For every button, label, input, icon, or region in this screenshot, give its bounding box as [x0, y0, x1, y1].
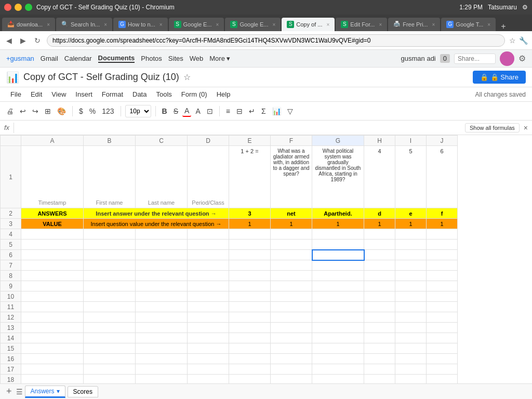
menu-insert[interactable]: Insert: [71, 89, 97, 100]
tab-close-8[interactable]: ×: [432, 22, 435, 28]
documents-link[interactable]: Documents: [98, 54, 135, 63]
sheet-tab-answers[interactable]: Answers ▾: [25, 385, 65, 389]
cell-f7[interactable]: [271, 260, 312, 271]
cell-j3[interactable]: 1: [427, 219, 458, 229]
tab-close-1[interactable]: ×: [47, 22, 50, 28]
tab-close-6[interactable]: ×: [326, 22, 329, 28]
menu-tools[interactable]: Tools: [152, 89, 176, 100]
cell-e6[interactable]: [229, 250, 271, 260]
photos-link[interactable]: Photos: [141, 55, 162, 62]
cell-b5[interactable]: [84, 240, 136, 250]
menu-file[interactable]: File: [6, 89, 25, 100]
font-size-select[interactable]: 10pt 12pt 14pt: [125, 105, 151, 117]
tab-google-e1[interactable]: S Google E... ×: [169, 18, 224, 31]
cell-c7[interactable]: [136, 260, 188, 271]
cell-a7[interactable]: [21, 260, 84, 271]
col-header-g[interactable]: G: [312, 136, 364, 146]
tab-close-5[interactable]: ×: [272, 22, 275, 28]
cell-i4[interactable]: [395, 229, 427, 240]
cell-c6[interactable]: [136, 250, 188, 260]
sheet-tab-dropdown[interactable]: ▾: [57, 388, 60, 389]
cell-j6[interactable]: [427, 250, 458, 260]
cell-j1[interactable]: 6: [427, 146, 458, 208]
undo-icon[interactable]: ↩: [18, 106, 28, 116]
cell-d5[interactable]: [188, 240, 229, 250]
format-icon[interactable]: ⊞: [43, 106, 53, 116]
cell-b4[interactable]: [84, 229, 136, 240]
col-header-j[interactable]: J: [427, 136, 458, 146]
menu-help[interactable]: Help: [212, 89, 235, 100]
col-header-e[interactable]: E: [229, 136, 271, 146]
close-formula-icon[interactable]: ×: [524, 124, 528, 132]
cell-h6[interactable]: [364, 250, 395, 260]
paint-icon[interactable]: 🎨: [55, 106, 68, 116]
forward-button[interactable]: ▶: [18, 35, 28, 46]
cell-g2[interactable]: Apartheid.: [312, 208, 364, 219]
cell-b6[interactable]: [84, 250, 136, 260]
cell-j7[interactable]: [427, 260, 458, 271]
cell-a6[interactable]: [21, 250, 84, 260]
tab-google-e2[interactable]: S Google E... ×: [225, 18, 281, 31]
cell-a2[interactable]: ANSWERS: [21, 208, 84, 219]
cell-f2[interactable]: net: [271, 208, 312, 219]
plus-user[interactable]: +gusman: [6, 55, 34, 62]
menu-format[interactable]: Format: [98, 89, 127, 100]
align-icon2[interactable]: ⊟: [234, 106, 245, 116]
share-input[interactable]: [454, 54, 496, 64]
tab-close-2[interactable]: ×: [104, 22, 107, 28]
tab-how-to[interactable]: G How to n... ×: [113, 18, 167, 31]
cell-j5[interactable]: [427, 240, 458, 250]
percent-icon[interactable]: %: [87, 106, 98, 116]
bookmark-icon[interactable]: ☆: [509, 36, 516, 45]
cell-e5[interactable]: [229, 240, 271, 250]
cell-g6[interactable]: [312, 250, 364, 260]
decimal-icon[interactable]: 123: [100, 106, 116, 116]
tab-copy-of[interactable]: S Copy of ... ×: [282, 18, 335, 31]
star-icon[interactable]: ☆: [183, 72, 191, 82]
cell-b1[interactable]: First name: [84, 146, 136, 208]
cell-c4[interactable]: [136, 229, 188, 240]
cell-h4[interactable]: [364, 229, 395, 240]
cell-e7[interactable]: [229, 260, 271, 271]
add-sheet-button[interactable]: +: [4, 386, 14, 389]
text-color2-icon[interactable]: A: [193, 106, 202, 116]
menu-view[interactable]: View: [47, 89, 70, 100]
bold-icon[interactable]: B: [160, 106, 169, 116]
chart-icon[interactable]: 📊: [270, 106, 283, 116]
cell-f3[interactable]: 1: [271, 219, 312, 229]
wrench-icon[interactable]: 🔧: [519, 36, 528, 45]
sheet-list-button[interactable]: ☰: [16, 388, 23, 389]
col-header-i[interactable]: I: [395, 136, 427, 146]
col-header-a[interactable]: A: [21, 136, 84, 146]
cell-h2[interactable]: d: [364, 208, 395, 219]
url-input[interactable]: [47, 34, 505, 47]
menu-form[interactable]: Form (0): [177, 89, 211, 100]
cell-f1[interactable]: What was a gladiator armed with, in addi…: [271, 146, 312, 208]
cell-i1[interactable]: 5: [395, 146, 427, 208]
tab-edit-form[interactable]: S Edit For... ×: [336, 18, 387, 31]
wrap-icon[interactable]: ↵: [247, 106, 257, 116]
tab-close-7[interactable]: ×: [379, 22, 382, 28]
tab-free-print[interactable]: 🖨️ Free Pri... ×: [388, 18, 440, 31]
user-account[interactable]: gusman adi: [401, 55, 436, 62]
close-window-button[interactable]: [4, 4, 11, 11]
cell-c1[interactable]: Last name: [136, 146, 188, 208]
redo-icon[interactable]: ↪: [30, 106, 41, 116]
col-header-h[interactable]: H: [364, 136, 395, 146]
cell-i6[interactable]: [395, 250, 427, 260]
cell-g5[interactable]: [312, 240, 364, 250]
cell-d6[interactable]: [188, 250, 229, 260]
tab-close-9[interactable]: ×: [487, 22, 490, 28]
cell-i5[interactable]: [395, 240, 427, 250]
filter-icon[interactable]: ▽: [285, 106, 295, 116]
cell-a4[interactable]: [21, 229, 84, 240]
cell-g4[interactable]: [312, 229, 364, 240]
menu-data[interactable]: Data: [128, 89, 151, 100]
align-left-icon[interactable]: ≡: [224, 106, 232, 116]
cell-i7[interactable]: [395, 260, 427, 271]
col-header-c[interactable]: C: [136, 136, 188, 146]
cell-e2[interactable]: 3: [229, 208, 271, 219]
menu-edit[interactable]: Edit: [26, 89, 46, 100]
sites-link[interactable]: Sites: [168, 55, 183, 62]
sum-icon[interactable]: Σ: [259, 106, 268, 116]
